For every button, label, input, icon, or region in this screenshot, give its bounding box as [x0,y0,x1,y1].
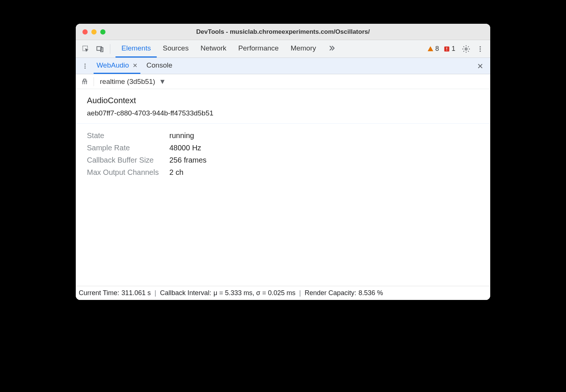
divider [110,44,110,54]
svg-point-11 [85,65,86,66]
tab-performance[interactable]: Performance [232,40,285,58]
tab-memory[interactable]: Memory [284,40,322,58]
property-label: State [87,130,169,142]
property-label: Callback Buffer Size [87,154,169,166]
context-header: AudioContext aeb07ff7-c880-4703-944b-ff4… [76,89,490,124]
svg-point-6 [465,48,467,50]
webaudio-panel: AudioContext aeb07ff7-c880-4703-944b-ff4… [76,89,490,286]
window-minimize-button[interactable] [91,29,97,35]
svg-rect-4 [446,47,447,49]
property-row: State running [87,130,479,142]
status-callback-label: Callback Interval: [160,289,211,297]
svg-point-8 [479,48,481,49]
context-uuid: aeb07ff7-c880-4703-944b-ff47533d5b51 [87,109,479,117]
property-value: 2 ch [169,166,183,179]
context-selector[interactable]: realtime (3d5b51) ▼ [94,77,168,86]
close-icon[interactable]: ✕ [133,62,137,69]
tab-sources[interactable]: Sources [157,40,195,58]
context-properties: State running Sample Rate 48000 Hz Callb… [76,124,490,184]
tab-elements[interactable]: Elements [116,40,157,58]
main-toolbar: Elements Sources Network Performance Mem… [76,40,490,58]
property-row: Max Output Channels 2 ch [87,166,479,179]
context-selector-label: realtime (3d5b51) [100,78,155,86]
titlebar: DevTools - musiclab.chromeexperiments.co… [76,24,490,40]
context-type-title: AudioContext [87,96,479,105]
chevron-down-icon: ▼ [159,78,166,86]
warnings-count: 8 [435,45,439,53]
property-label: Sample Rate [87,142,169,154]
window-close-button[interactable] [82,29,88,35]
property-row: Callback Buffer Size 256 frames [87,154,479,166]
status-render-value: 8.536 % [358,289,383,297]
status-current-time-label: Current Time: [79,289,119,297]
settings-icon[interactable] [460,43,472,55]
status-separator: | [153,289,158,297]
status-callback-value: μ = 5.333 ms, σ = 0.025 ms [214,289,296,297]
svg-rect-5 [446,50,447,51]
property-value: running [169,130,194,142]
traffic-lights [76,29,105,35]
warnings-badge[interactable]: 8 [427,45,439,53]
devtools-window: DevTools - musiclab.chromeexperiments.co… [76,24,490,300]
status-current-time-value: 311.061 s [121,289,151,297]
svg-point-10 [85,63,86,65]
errors-badge[interactable]: 1 [443,45,455,53]
property-label: Max Output Channels [87,166,169,179]
status-bar: Current Time: 311.061 s | Callback Inter… [76,286,490,300]
svg-point-12 [85,67,86,68]
window-maximize-button[interactable] [100,29,105,35]
inspect-element-icon[interactable] [79,43,92,55]
errors-count: 1 [452,45,455,53]
drawer-tab-webaudio[interactable]: WebAudio ✕ [94,58,140,74]
drawer-tab-label: WebAudio [97,61,129,69]
device-toolbar-icon[interactable] [94,43,106,55]
status-render-label: Render Capacity: [305,289,356,297]
property-value: 256 frames [169,154,206,166]
drawer-more-menu-icon[interactable] [79,61,91,72]
property-row: Sample Rate 48000 Hz [87,142,479,154]
context-bar: realtime (3d5b51) ▼ [76,74,490,89]
drawer-tabstrip: WebAudio ✕ Console [76,58,490,74]
svg-point-9 [479,50,481,52]
drawer-close-button[interactable] [474,63,487,69]
more-menu-icon[interactable] [474,43,487,55]
garbage-collect-icon[interactable] [81,78,88,85]
drawer-tab-label: Console [146,61,172,69]
drawer-tab-console[interactable]: Console [143,58,175,74]
property-value: 48000 Hz [169,142,201,154]
svg-point-7 [479,46,481,47]
main-tabs: Elements Sources Network Performance Mem… [116,40,342,58]
window-title: DevTools - musiclab.chromeexperiments.co… [76,28,490,36]
status-separator: | [297,289,302,297]
tab-network[interactable]: Network [195,40,232,58]
more-tabs-button[interactable] [322,40,342,58]
